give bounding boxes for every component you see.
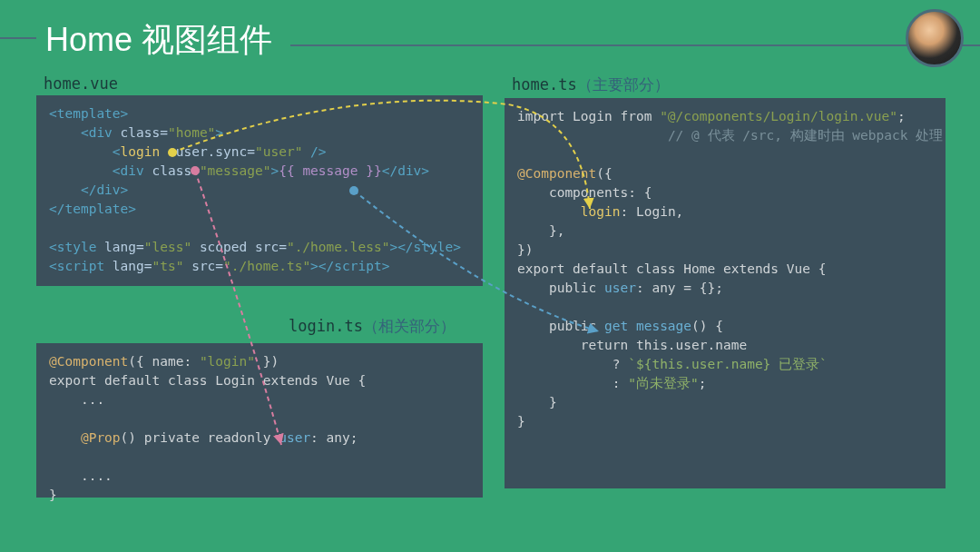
code-login-ts: @Component({ name: "login" }) export def… <box>36 343 483 498</box>
panel-login-ts: @Component({ name: "login" }) export def… <box>36 343 483 498</box>
filename-home-vue: home.vue <box>36 72 483 95</box>
code-home-vue: <template> <div class="home"> <login :us… <box>36 95 483 286</box>
code-home-ts: import Login from "@/components/Login/lo… <box>505 98 946 488</box>
slide-title: Home 视图组件 <box>45 18 272 63</box>
avatar <box>906 9 964 67</box>
slide-header: Home 视图组件 <box>0 0 980 72</box>
filename-home-ts: home.ts（主要部分） <box>505 72 946 98</box>
panel-home-vue: home.vue <template> <div class="home"> <… <box>36 72 483 286</box>
filename-login-ts: login.ts（相关部分） <box>36 313 483 340</box>
right-column: home.ts（主要部分） import Login from "@/compo… <box>505 72 946 488</box>
header-line-left <box>0 37 36 39</box>
panel-home-ts: home.ts（主要部分） import Login from "@/compo… <box>505 72 946 488</box>
content: home.vue <template> <div class="home"> <… <box>0 72 980 90</box>
left-column: home.vue <template> <div class="home"> <… <box>36 72 483 498</box>
header-line <box>290 44 980 46</box>
